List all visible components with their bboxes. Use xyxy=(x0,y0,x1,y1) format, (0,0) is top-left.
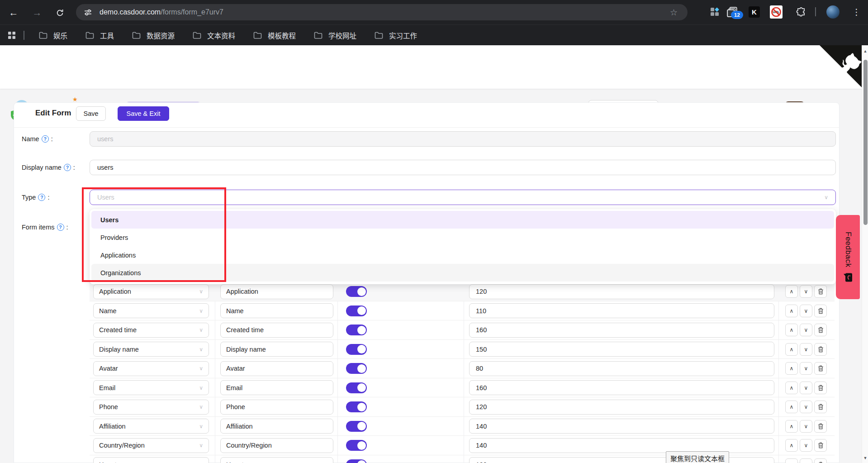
item-name-select[interactable]: Display name ∨ xyxy=(93,342,209,357)
visible-toggle[interactable] xyxy=(346,305,367,316)
move-up-button[interactable]: ∧ xyxy=(785,458,798,463)
apps-grid-icon[interactable] xyxy=(7,31,16,40)
move-up-button[interactable]: ∧ xyxy=(785,420,798,433)
move-down-button[interactable]: ∨ xyxy=(800,439,812,452)
item-name-select[interactable]: Affiliation ∨ xyxy=(93,419,209,434)
k-extension-icon[interactable]: K xyxy=(749,6,760,18)
move-down-button[interactable]: ∨ xyxy=(800,420,812,433)
item-name-select[interactable]: Avatar ∨ xyxy=(93,361,209,376)
delete-row-button[interactable] xyxy=(814,420,827,433)
save-exit-button[interactable]: Save & Exit xyxy=(118,106,169,121)
delete-row-button[interactable] xyxy=(814,439,827,452)
move-down-button[interactable]: ∨ xyxy=(800,362,812,375)
move-down-button[interactable]: ∨ xyxy=(800,305,812,317)
bookmark-folder[interactable]: 学校网址 xyxy=(314,30,356,40)
visible-toggle[interactable] xyxy=(346,459,367,463)
delete-row-button[interactable] xyxy=(814,285,827,298)
delete-row-button[interactable] xyxy=(814,401,827,413)
bookmark-folder[interactable]: 文本资料 xyxy=(193,30,235,40)
visible-toggle[interactable] xyxy=(346,325,367,335)
width-input[interactable]: 110 xyxy=(469,303,774,318)
item-display-name-input[interactable]: Country/Region xyxy=(220,438,333,453)
item-display-name-input[interactable]: Email xyxy=(220,380,333,395)
site-info-icon[interactable] xyxy=(84,9,92,16)
browser-back-button[interactable]: ← xyxy=(7,6,20,19)
move-down-button[interactable]: ∨ xyxy=(800,324,812,336)
move-up-button[interactable]: ∧ xyxy=(785,305,798,317)
item-name-select[interactable]: Created time ∨ xyxy=(93,323,209,338)
move-down-button[interactable]: ∨ xyxy=(800,343,812,356)
move-up-button[interactable]: ∧ xyxy=(785,285,798,298)
delete-row-button[interactable] xyxy=(814,382,827,394)
bookmark-folder[interactable]: 娱乐 xyxy=(39,30,67,40)
item-display-name-input[interactable]: Phone xyxy=(220,400,333,415)
scroll-up-icon[interactable]: ▲ xyxy=(862,49,868,53)
scroll-down-icon[interactable]: ▼ xyxy=(862,456,868,460)
browser-reload-button[interactable] xyxy=(53,6,66,19)
delete-row-button[interactable] xyxy=(814,324,827,336)
move-up-button[interactable]: ∧ xyxy=(785,382,798,394)
visible-toggle[interactable] xyxy=(346,382,367,393)
move-down-button[interactable]: ∨ xyxy=(800,401,812,413)
url-blocker-extension-icon[interactable]: URL xyxy=(770,5,783,19)
scrollbar-thumb[interactable] xyxy=(863,60,868,225)
help-icon[interactable]: ? xyxy=(38,194,45,201)
item-name-select[interactable]: Phone ∨ xyxy=(93,400,209,415)
item-display-name-input[interactable]: Display name xyxy=(220,342,333,357)
puzzle-extensions-icon[interactable] xyxy=(796,7,806,17)
width-input[interactable]: 140 xyxy=(469,419,774,434)
item-display-name-input[interactable]: Affiliation xyxy=(220,419,333,434)
bookmark-folder[interactable]: 工具 xyxy=(85,30,114,40)
item-display-name-input[interactable]: Application xyxy=(220,284,333,299)
delete-row-button[interactable] xyxy=(814,362,827,375)
item-display-name-input[interactable]: Avatar xyxy=(220,361,333,376)
bookmark-star-icon[interactable]: ☆ xyxy=(670,7,678,18)
visible-toggle[interactable] xyxy=(346,440,367,451)
grid-extension-icon[interactable] xyxy=(710,7,720,17)
width-input[interactable]: 120 xyxy=(469,400,774,415)
help-icon[interactable]: ? xyxy=(64,164,71,171)
item-name-select[interactable]: User type ∨ xyxy=(93,457,209,463)
bookmark-folder[interactable]: 模板教程 xyxy=(253,30,296,40)
move-up-button[interactable]: ∧ xyxy=(785,343,798,356)
move-down-button[interactable]: ∨ xyxy=(800,458,812,463)
help-icon[interactable]: ? xyxy=(57,224,64,231)
item-name-select[interactable]: Country/Region ∨ xyxy=(93,438,209,453)
width-input[interactable]: 80 xyxy=(469,361,774,376)
visible-toggle[interactable] xyxy=(346,363,367,374)
move-up-button[interactable]: ∧ xyxy=(785,324,798,336)
visible-toggle[interactable] xyxy=(346,401,367,412)
browser-forward-button[interactable]: → xyxy=(30,6,44,19)
visible-toggle[interactable] xyxy=(346,344,367,355)
delete-row-button[interactable] xyxy=(814,305,827,317)
item-name-select[interactable]: Application ∨ xyxy=(93,284,209,299)
item-display-name-input[interactable]: Name xyxy=(220,303,333,318)
move-up-button[interactable]: ∧ xyxy=(785,401,798,413)
item-name-select[interactable]: Name ∨ xyxy=(93,303,209,318)
move-down-button[interactable]: ∨ xyxy=(800,382,812,394)
item-name-select[interactable]: Email ∨ xyxy=(93,380,209,395)
help-icon[interactable]: ? xyxy=(42,135,49,143)
visible-toggle[interactable] xyxy=(346,421,367,432)
width-input[interactable]: 120 xyxy=(469,284,774,299)
github-corner-icon[interactable] xyxy=(820,45,868,94)
bookmark-folder[interactable]: 实习工作 xyxy=(375,30,417,40)
delete-row-button[interactable] xyxy=(814,458,827,463)
width-input[interactable]: 140 xyxy=(469,438,774,453)
move-up-button[interactable]: ∧ xyxy=(785,362,798,375)
delete-row-button[interactable] xyxy=(814,343,827,356)
move-down-button[interactable]: ∨ xyxy=(800,285,812,298)
bookmark-folder[interactable]: 数据资源 xyxy=(132,30,175,40)
item-display-name-input[interactable]: User type xyxy=(220,457,333,463)
save-button[interactable]: Save xyxy=(76,106,106,121)
profile-avatar[interactable] xyxy=(826,5,840,19)
width-input[interactable]: 150 xyxy=(469,342,774,357)
visible-toggle[interactable] xyxy=(346,286,367,297)
item-display-name-input[interactable]: Created time xyxy=(220,323,333,338)
width-input[interactable]: 160 xyxy=(469,380,774,395)
page-scrollbar[interactable]: ▲ ▼ xyxy=(862,45,868,463)
browser-menu-icon[interactable]: ⋮ xyxy=(852,6,861,19)
width-input[interactable]: 160 xyxy=(469,323,774,338)
feedback-tab[interactable]: Feedback xyxy=(836,215,860,299)
move-up-button[interactable]: ∧ xyxy=(785,439,798,452)
